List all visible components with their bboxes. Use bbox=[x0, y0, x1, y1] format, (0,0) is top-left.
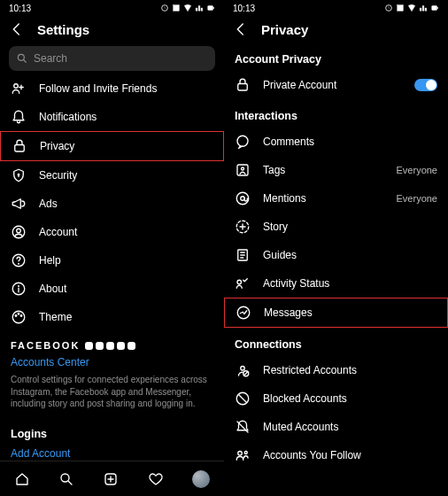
facebook-label: FACEBOOK bbox=[11, 340, 80, 351]
list-item[interactable]: Privacy bbox=[0, 131, 224, 161]
settings-screen: 10:13 Settings Search Follow and Invite … bbox=[0, 0, 224, 496]
list-item[interactable]: Theme bbox=[0, 303, 224, 331]
svg-rect-35 bbox=[432, 6, 437, 11]
follow-icon bbox=[235, 447, 251, 463]
section-title: Interactions bbox=[224, 99, 448, 128]
status-time: 10:13 bbox=[9, 4, 31, 13]
row-label: Messages bbox=[264, 306, 436, 319]
row-label: Guides bbox=[263, 249, 437, 261]
row-label: Theme bbox=[39, 311, 213, 323]
header: Privacy bbox=[224, 16, 448, 43]
row-label: Accounts You Follow bbox=[263, 449, 437, 461]
list-item[interactable]: Guides bbox=[224, 241, 448, 269]
row-label: Follow and Invite Friends bbox=[39, 82, 213, 95]
logins-section-title: Logins bbox=[0, 417, 224, 446]
list-item[interactable]: Muted Accounts bbox=[224, 413, 448, 441]
back-icon[interactable] bbox=[9, 21, 25, 37]
nav-create-icon[interactable] bbox=[103, 471, 119, 487]
mentions-icon bbox=[235, 190, 251, 206]
status-bar: 10:13 bbox=[224, 0, 448, 16]
row-value: Everyone bbox=[397, 193, 437, 204]
section-title: Connections bbox=[224, 328, 448, 356]
list-item[interactable]: MentionsEveryone bbox=[224, 184, 448, 213]
story-icon bbox=[235, 219, 251, 235]
status-icons bbox=[160, 4, 215, 12]
lock-icon bbox=[12, 138, 27, 154]
list-item[interactable]: Security bbox=[0, 161, 224, 190]
settings-list: Follow and Invite FriendsNotificationsPr… bbox=[0, 74, 224, 496]
facebook-section: FACEBOOK bbox=[0, 331, 224, 354]
header: Settings bbox=[0, 16, 224, 43]
nav-profile-avatar[interactable] bbox=[192, 470, 210, 488]
list-item[interactable]: Accounts You Follow bbox=[224, 441, 448, 469]
privacy-screen: 10:13 Privacy Account PrivacyPrivate Acc… bbox=[224, 0, 448, 496]
search-placeholder: Search bbox=[34, 52, 67, 65]
palette-icon bbox=[11, 309, 27, 325]
status-bar: 10:13 bbox=[0, 0, 224, 16]
row-label: Comments bbox=[263, 136, 437, 148]
status-icons bbox=[384, 4, 439, 12]
page-title: Privacy bbox=[261, 22, 308, 37]
list-item[interactable]: Messages bbox=[224, 298, 448, 328]
row-label: Story bbox=[263, 221, 437, 233]
megaphone-icon bbox=[11, 196, 27, 212]
list-item[interactable]: Help bbox=[0, 246, 224, 275]
row-label: Tags bbox=[263, 164, 384, 176]
tags-icon bbox=[235, 162, 251, 178]
list-item[interactable]: Account bbox=[0, 218, 224, 246]
comments-icon bbox=[235, 134, 251, 150]
account-icon bbox=[11, 224, 27, 240]
row-label: Notifications bbox=[39, 111, 213, 123]
nav-search-icon[interactable] bbox=[58, 471, 74, 487]
activity-icon bbox=[235, 275, 251, 291]
list-item[interactable]: Private Account bbox=[224, 71, 448, 99]
nav-activity-icon[interactable] bbox=[148, 471, 164, 487]
help-icon bbox=[11, 252, 27, 268]
row-value: Everyone bbox=[397, 165, 437, 175]
svg-rect-32 bbox=[213, 7, 214, 9]
list-item[interactable]: About bbox=[0, 275, 224, 303]
follow-invite-icon bbox=[11, 81, 27, 97]
row-label: Ads bbox=[39, 198, 213, 210]
shield-icon bbox=[11, 167, 27, 183]
list-item[interactable]: Notifications bbox=[0, 103, 224, 131]
back-icon[interactable] bbox=[233, 21, 249, 37]
svg-rect-34 bbox=[398, 5, 404, 12]
row-label: Activity Status bbox=[263, 277, 437, 290]
guides-icon bbox=[235, 247, 251, 263]
restricted-icon bbox=[235, 362, 251, 378]
page-title: Settings bbox=[37, 22, 89, 37]
list-item[interactable]: Follow and Invite Friends bbox=[0, 74, 224, 103]
privacy-list: Account PrivacyPrivate AccountInteractio… bbox=[224, 43, 448, 496]
list-item[interactable]: Activity Status bbox=[224, 269, 448, 298]
messages-icon bbox=[236, 305, 251, 321]
search-input[interactable]: Search bbox=[9, 46, 215, 71]
accounts-center-desc: Control settings for connected experienc… bbox=[0, 374, 224, 417]
row-label: Mentions bbox=[263, 192, 384, 205]
section-title: Account Privacy bbox=[224, 43, 448, 71]
bottom-nav bbox=[0, 461, 224, 496]
svg-rect-31 bbox=[208, 6, 213, 11]
list-item[interactable]: Ads bbox=[0, 190, 224, 218]
list-item[interactable]: Restricted Accounts bbox=[224, 356, 448, 384]
toggle-switch[interactable] bbox=[414, 79, 437, 91]
bell-icon bbox=[11, 109, 27, 125]
muted-icon bbox=[235, 419, 251, 435]
info-icon bbox=[11, 281, 27, 297]
accounts-center-link[interactable]: Accounts Center bbox=[0, 354, 224, 374]
row-label: Private Account bbox=[263, 79, 402, 91]
row-label: About bbox=[39, 283, 213, 295]
list-item[interactable]: TagsEveryone bbox=[224, 156, 448, 184]
row-label: Restricted Accounts bbox=[263, 364, 437, 376]
row-label: Security bbox=[39, 169, 213, 182]
list-item[interactable]: Story bbox=[224, 213, 448, 241]
list-item[interactable]: Blocked Accounts bbox=[224, 384, 448, 413]
lock-icon bbox=[235, 77, 251, 93]
nav-home-icon[interactable] bbox=[14, 471, 30, 487]
row-label: Blocked Accounts bbox=[263, 392, 437, 405]
list-item[interactable]: Comments bbox=[224, 128, 448, 156]
svg-rect-36 bbox=[437, 7, 438, 9]
svg-rect-30 bbox=[174, 5, 180, 12]
row-label: Privacy bbox=[40, 140, 212, 152]
blocked-icon bbox=[235, 391, 251, 407]
